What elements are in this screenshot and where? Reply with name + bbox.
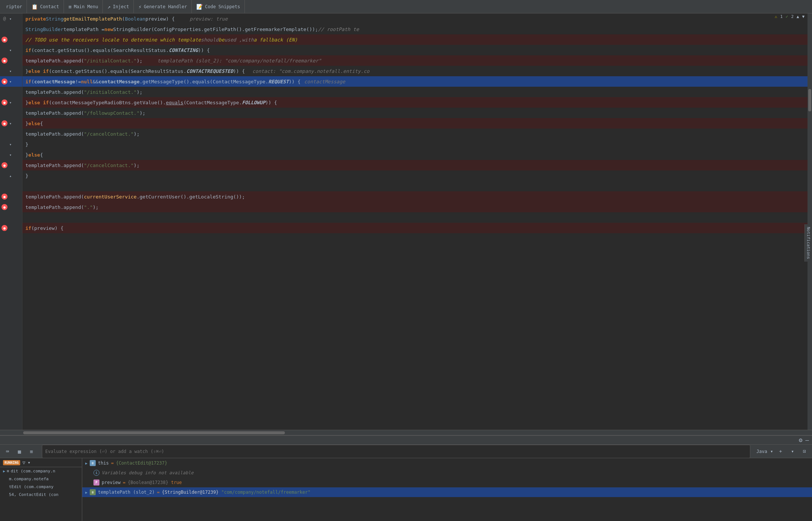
gutter-fold-16[interactable]: ▴ <box>7 173 13 179</box>
notification-label: Notifications <box>806 227 811 259</box>
gutter-icon-red-21: ● <box>1 225 7 231</box>
tab-descriptor[interactable]: riptor <box>1 0 27 13</box>
code-line-7: if ( contactMessage != null && contactMe… <box>22 76 808 87</box>
settings-icon[interactable]: ⚙ <box>799 437 803 444</box>
generatehandler-icon: ⚡ <box>138 4 141 10</box>
gutter-row-7: ● ▾ <box>0 76 22 87</box>
horizontal-scrollbar[interactable] <box>0 430 812 435</box>
list-view-btn[interactable]: ≡ <box>27 447 36 456</box>
debug-icon-btn[interactable]: ⌨ <box>3 447 12 456</box>
tab-codesnippets-label: Code Snippets <box>205 4 240 9</box>
settings-row: ⚙ — <box>0 436 812 445</box>
gutter-row-20 <box>0 212 22 223</box>
gutter-row-19: ● <box>0 202 22 212</box>
filter-icon[interactable]: ▽ <box>22 460 25 465</box>
var-name-templatepath: templatePath (slot_2) <box>98 490 155 495</box>
var-row-templatepath[interactable]: ▶ ≡ templatePath (slot_2) = {StringBuild… <box>82 487 812 497</box>
frame-label-1: dit (com.company.n <box>11 469 55 474</box>
tab-inject-label: Inject <box>113 4 129 9</box>
gutter-row-3: ● <box>0 34 22 45</box>
evaluate-input[interactable] <box>45 449 747 454</box>
gutter-icon-red-15: ● <box>1 162 7 168</box>
var-row-preview[interactable]: P preview = {Boolean@17238} true <box>82 478 812 487</box>
frame-item-4[interactable]: 54, ContactEdit (con <box>0 491 82 499</box>
frame-icon-1: ≡ <box>7 469 9 474</box>
filter-dropdown-arrow[interactable]: ▾ <box>28 460 31 465</box>
gutter-row-9: ● ▾ <box>0 97 22 108</box>
frame-item-2[interactable]: m.company.notefa <box>0 475 82 483</box>
var-name-preview: preview <box>102 480 121 485</box>
tab-mainmenu-label: Main Menu <box>74 4 98 9</box>
plus-icon: + <box>779 448 782 454</box>
tab-inject[interactable]: ↗ Inject <box>103 0 134 13</box>
type-icon-preview: P <box>93 480 99 485</box>
frame-label-2: m.company.notefa <box>3 477 49 481</box>
code-line-2: StringBuilder templatePath = new StringB… <box>22 24 808 34</box>
maximize-icon: ⊡ <box>803 448 806 454</box>
vertical-scrollbar[interactable] <box>808 13 812 430</box>
gutter-row-13: ▾ <box>0 139 22 149</box>
tab-codesnippets[interactable]: 📝 Code Snippets <box>192 0 245 13</box>
var-row-info: i Variables debug info not available <box>82 468 812 478</box>
gutter-row-21: ● <box>0 223 22 233</box>
more-options-btn[interactable]: ▾ <box>788 447 797 456</box>
gutter-fold-1[interactable]: ▾ <box>7 16 13 22</box>
running-badge: RUNNING <box>3 460 20 465</box>
var-val-templatepath: {StringBuilder@17239} "com/company/notef… <box>162 490 310 495</box>
notification-tab[interactable]: Notifications <box>805 224 812 262</box>
var-row-this[interactable]: ▶ ≡ this = {ContactEdit@17237} <box>82 458 812 468</box>
tab-mainmenu[interactable]: ≡ Main Menu <box>64 0 103 13</box>
frame-label-3: tEdit (com.company <box>3 484 53 489</box>
gutter-row-10 <box>0 108 22 118</box>
h-scrollbar-thumb[interactable] <box>23 431 285 434</box>
add-watch-btn[interactable]: + <box>776 447 785 456</box>
frame-label-4: 54, ContactEdit (con <box>3 492 58 497</box>
code-line-18: templatePath.append( currentUserService … <box>22 191 808 202</box>
gutter-fold-14[interactable]: ▾ <box>7 152 13 158</box>
evaluate-bar <box>42 445 750 458</box>
language-label: Java <box>756 449 767 454</box>
code-line-3: // TODO use the receivers locale to dete… <box>22 34 808 45</box>
hint-7: contactMessage <box>304 79 345 84</box>
code-lines[interactable]: private String getEmailTemplatePath ( Bo… <box>22 13 808 430</box>
code-line-21: if (preview) { <box>22 223 808 233</box>
codesnippets-icon: 📝 <box>196 4 203 10</box>
gutter-icon-red-3: ● <box>1 37 7 43</box>
gutter-row-14: ▾ <box>0 149 22 160</box>
code-container: @ ▾ ● ▾ ● ▾ ● ▾ <box>0 13 812 430</box>
gutter-fold-9[interactable]: ▾ <box>7 99 13 105</box>
frame-item-3[interactable]: tEdit (com.company <box>0 483 82 491</box>
code-line-8: templatePath.append( "/initialContact." … <box>22 87 808 97</box>
gutter-fold-4[interactable]: ▾ <box>7 47 13 53</box>
language-dropdown-arrow[interactable]: ▾ <box>770 448 773 454</box>
var-name-this: this <box>98 460 109 466</box>
expand-templatepath[interactable]: ▶ <box>85 490 87 494</box>
gutter-fold-13[interactable]: ▾ <box>7 141 13 147</box>
code-line-10: templatePath.append( "/followupContact."… <box>22 108 808 118</box>
gutter-row-16: ▴ <box>0 170 22 181</box>
gutter-icon-red-7: ● <box>1 78 7 84</box>
variables-panel: ▶ ≡ this = {ContactEdit@17237} i Variabl… <box>82 458 812 521</box>
code-line-5: templatePath.append( "/initialContact." … <box>22 55 808 66</box>
debug-content: RUNNING ▽ ▾ ▶ ≡ dit (com.company.n m.com… <box>0 458 812 521</box>
gutter-fold-6[interactable]: ▾ <box>7 68 13 74</box>
gutter-fold-11[interactable]: ▾ <box>7 120 13 126</box>
tab-descriptor-label: riptor <box>6 4 22 9</box>
gutter-row-11: ● ▾ <box>0 118 22 129</box>
frames-list: RUNNING ▽ ▾ ▶ ≡ dit (com.company.n m.com… <box>0 458 82 521</box>
hint-1: preview: true <box>190 16 228 22</box>
gutter-icon-red-11: ● <box>1 120 7 126</box>
code-line-16: } <box>22 170 808 181</box>
gutter-fold-7[interactable]: ▾ <box>7 78 13 84</box>
scrollbar-thumb[interactable] <box>808 89 811 111</box>
var-val-this: {ContactEdit@17237} <box>116 460 167 466</box>
maximize-debug-btn[interactable]: ⊡ <box>800 447 809 456</box>
tab-contact[interactable]: 📋 Contact <box>27 0 64 13</box>
table-view-btn[interactable]: ▦ <box>15 447 24 456</box>
frame-item-1[interactable]: ▶ ≡ dit (com.company.n <box>0 467 82 475</box>
debug-toolbar: ⌨ ▦ ≡ Java ▾ + ▾ ⊡ <box>0 445 812 458</box>
tab-generatehandler[interactable]: ⚡ Generate Handler <box>134 0 192 13</box>
minimize-icon[interactable]: — <box>805 437 809 444</box>
table-icon: ▦ <box>18 448 21 454</box>
expand-this[interactable]: ▶ <box>85 461 87 465</box>
